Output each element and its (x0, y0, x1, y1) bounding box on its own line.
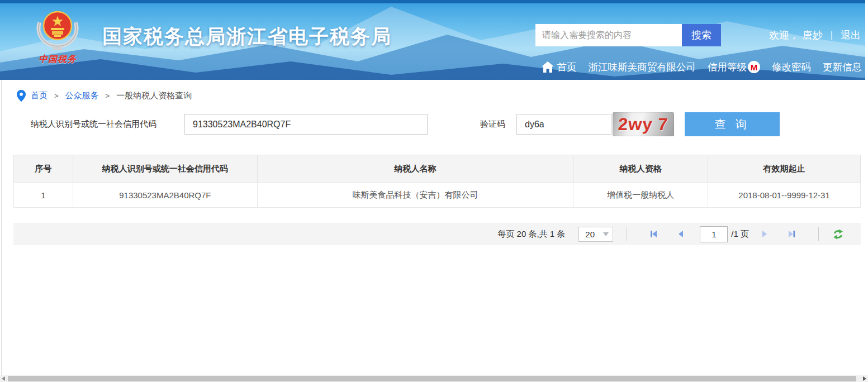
logout-link[interactable]: 退出 (841, 28, 861, 42)
cell-taxid: 91330523MA2B40RQ7F (73, 183, 257, 208)
content-left-border (1, 80, 2, 375)
captcha-image-text: 2wy 7 (618, 114, 669, 135)
welcome-username: 唐妙 (803, 28, 823, 42)
next-page-icon (760, 229, 770, 239)
page-size-value: 20 (585, 230, 595, 239)
site-header: 中国税务 国家税务总局浙江省电子税务局 搜索 欢迎， 唐妙 | 退出 首页 浙江… (0, 0, 865, 80)
last-page-button[interactable] (786, 228, 797, 240)
scroll-right-arrow-icon[interactable] (863, 376, 866, 381)
prev-page-icon (676, 229, 686, 239)
cell-qualification: 增值税一般纳税人 (573, 183, 708, 208)
nav-company-name: 浙江味斯美商贸有限公司 (589, 60, 696, 74)
table-header-row: 序号 纳税人识别号或统一社会信用代码 纳税人名称 纳税人资格 有效期起止 (14, 155, 861, 183)
main-content: 首页 > 公众服务 > 一般纳税人资格查询 纳税人识别号或统一社会信用代码 验证… (0, 80, 868, 245)
breadcrumb: 首页 > 公众服务 > 一般纳税人资格查询 (0, 80, 868, 102)
breadcrumb-home-link[interactable]: 首页 (31, 90, 48, 101)
taxpayer-id-input[interactable] (184, 114, 428, 135)
nav-home-label: 首页 (557, 60, 577, 74)
welcome-bar: 欢迎， 唐妙 | 退出 (769, 28, 861, 42)
pagination-divider (627, 227, 627, 241)
header-nav: 首页 浙江味斯美商贸有限公司 信用等级 M 修改密码 更新信息 (542, 60, 862, 74)
search-button[interactable]: 搜索 (682, 24, 721, 46)
breadcrumb-separator: > (54, 92, 59, 100)
table-header-validity: 有效期起止 (708, 155, 861, 183)
captcha-label: 验证码 (480, 119, 505, 130)
horizontal-scrollbar[interactable] (0, 375, 868, 382)
welcome-greeting: 欢迎， (769, 28, 799, 42)
nav-change-password-link[interactable]: 修改密码 (772, 60, 811, 74)
next-page-button[interactable] (759, 228, 770, 240)
breadcrumb-current-page: 一般纳税人资格查询 (116, 90, 192, 101)
search-input[interactable] (535, 24, 682, 46)
table-header-qualification: 纳税人资格 (573, 155, 708, 183)
first-page-button[interactable] (648, 228, 660, 240)
nav-update-info-link[interactable]: 更新信息 (823, 60, 862, 74)
prev-page-button[interactable] (675, 228, 686, 240)
pagination-bar: 每页 20 条,共 1 条 20 /1 页 (13, 223, 861, 245)
credit-rating-label: 信用等级 (708, 60, 747, 74)
captcha-image[interactable]: 2wy 7 (613, 112, 674, 136)
home-icon (542, 61, 554, 73)
location-pin-icon (17, 90, 26, 102)
pagination-summary: 每页 20 条,共 1 条 (497, 229, 565, 240)
cell-taxpayer-name: 味斯美食品科技（安吉）有限公司 (257, 183, 573, 208)
page-number-input[interactable] (700, 226, 728, 242)
table-header-name: 纳税人名称 (257, 155, 573, 183)
pagination-divider (818, 227, 819, 241)
scrollbar-thumb[interactable] (8, 376, 856, 381)
table-header-taxid: 纳税人识别号或统一社会信用代码 (73, 155, 257, 183)
page: 中国税务 国家税务总局浙江省电子税务局 搜索 欢迎， 唐妙 | 退出 首页 浙江… (0, 0, 868, 382)
nav-home-link[interactable]: 首页 (542, 60, 577, 74)
breadcrumb-public-service-link[interactable]: 公众服务 (65, 90, 99, 101)
refresh-icon (832, 228, 844, 240)
total-pages-label: /1 页 (731, 229, 749, 240)
query-form: 纳税人识别号或统一社会信用代码 验证码 2wy 7 查 询 (0, 112, 868, 136)
welcome-separator: | (831, 30, 833, 40)
national-emblem-icon (32, 6, 83, 54)
site-title: 国家税务总局浙江省电子税务局 (102, 23, 392, 50)
captcha-input[interactable] (516, 114, 611, 135)
page-size-select[interactable]: 20 (578, 227, 613, 242)
logo-caption: 中国税务 (27, 54, 88, 65)
cell-seq: 1 (14, 183, 73, 208)
query-button[interactable]: 查 询 (685, 112, 780, 136)
chevron-down-icon (603, 232, 609, 236)
table-row: 1 91330523MA2B40RQ7F 味斯美食品科技（安吉）有限公司 增值税… (14, 183, 861, 208)
taxpayer-id-label: 纳税人识别号或统一社会信用代码 (31, 119, 156, 130)
table-header-seq: 序号 (14, 155, 73, 183)
refresh-button[interactable] (832, 228, 844, 240)
header-search: 搜索 (535, 24, 721, 46)
breadcrumb-separator: > (106, 92, 110, 100)
results-table: 序号 纳税人识别号或统一社会信用代码 纳税人名称 纳税人资格 有效期起止 1 9… (13, 155, 861, 208)
nav-credit-rating-link[interactable]: 信用等级 M (708, 60, 760, 74)
credit-grade-badge: M (748, 61, 760, 73)
scroll-left-arrow-icon[interactable] (2, 376, 5, 381)
tax-bureau-logo: 中国税务 (27, 6, 88, 65)
cell-validity: 2018-08-01--9999-12-31 (708, 183, 861, 208)
first-page-icon (649, 229, 659, 239)
last-page-icon (786, 229, 796, 239)
